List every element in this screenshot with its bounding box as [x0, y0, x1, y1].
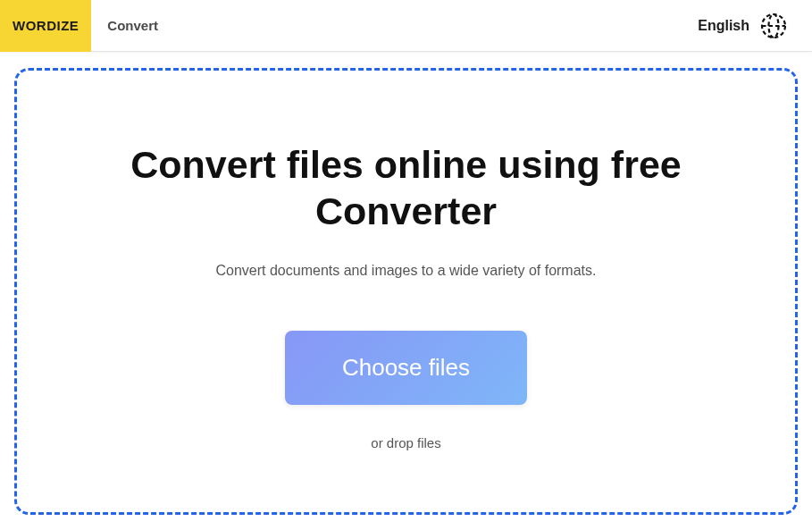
- main-content: Convert files online using free Converte…: [0, 52, 812, 515]
- header: WORDIZE Convert English: [0, 0, 812, 52]
- language-label: English: [698, 18, 749, 34]
- page-headline: Convert files online using free Converte…: [44, 142, 768, 234]
- logo[interactable]: WORDIZE: [0, 0, 91, 52]
- language-selector[interactable]: English: [698, 13, 812, 39]
- choose-files-button[interactable]: Choose files: [285, 331, 527, 405]
- page-subtitle: Convert documents and images to a wide v…: [216, 263, 597, 279]
- drop-files-hint: or drop files: [371, 435, 440, 450]
- globe-icon: [760, 13, 787, 39]
- nav-convert[interactable]: Convert: [91, 18, 174, 33]
- file-dropzone[interactable]: Convert files online using free Converte…: [14, 68, 798, 515]
